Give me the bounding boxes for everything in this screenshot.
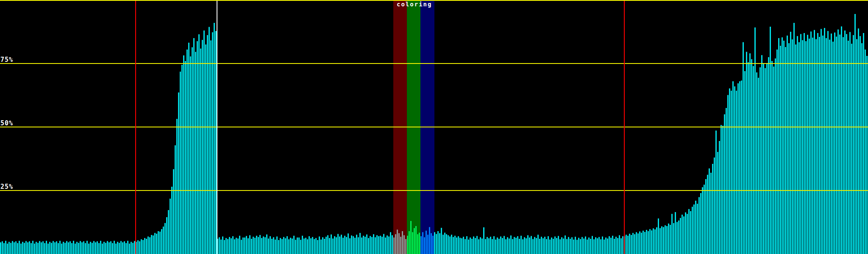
y-axis-label-75: 75%	[0, 57, 13, 63]
histogram-panel: coloring 75%50%25%	[0, 0, 868, 254]
y-axis-label-25: 25%	[0, 184, 13, 190]
coloring-label: coloring	[397, 1, 432, 7]
label-layer: coloring 75%50%25%	[0, 0, 868, 254]
y-axis-label-50: 50%	[0, 120, 13, 127]
